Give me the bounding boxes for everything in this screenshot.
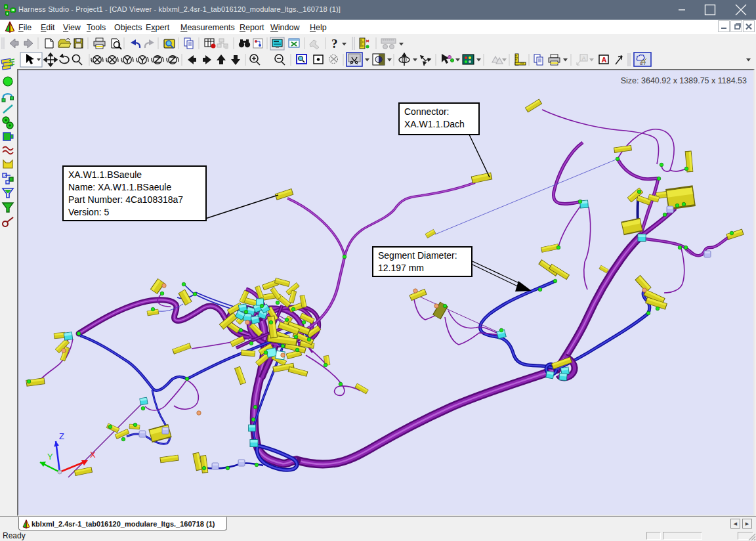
- svg-text:X: X: [90, 450, 96, 460]
- svg-text:0.7: 0.7: [640, 61, 646, 66]
- svg-text:A: A: [582, 55, 586, 62]
- svg-text:Z: Z: [59, 431, 64, 441]
- svg-text:Y: Y: [47, 452, 53, 462]
- svg-text:A: A: [602, 56, 607, 64]
- svg-text:?: ?: [331, 37, 338, 51]
